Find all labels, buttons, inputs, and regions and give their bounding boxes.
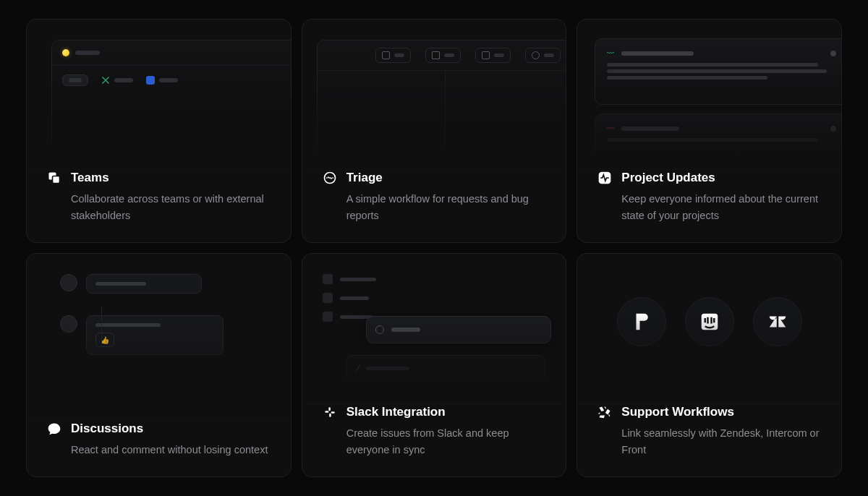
svg-rect-7 <box>329 414 331 417</box>
card-title: Discussions <box>71 422 143 436</box>
avatar-icon <box>60 274 77 291</box>
status-circle-icon <box>375 325 384 334</box>
status-at-risk-icon: 〰 <box>607 124 614 132</box>
teams-illustration <box>27 20 291 171</box>
card-support[interactable]: Support Workflows Link seamlessly with Z… <box>576 253 842 477</box>
triage-illustration <box>302 20 566 171</box>
slack-icon <box>323 405 337 419</box>
svg-rect-1 <box>53 176 60 184</box>
reaction-thumbs-up-icon: 👍 <box>95 333 114 347</box>
cross-arrows-icon <box>101 76 110 85</box>
svg-rect-6 <box>328 407 331 411</box>
integration-intercom-icon <box>685 297 734 346</box>
card-desc: Keep everyone informed about the current… <box>597 191 821 223</box>
triage-icon <box>323 171 337 185</box>
recycle-icon <box>597 405 612 419</box>
card-title: Support Workflows <box>621 405 734 419</box>
card-title: Teams <box>71 171 109 185</box>
triage-chip <box>475 48 511 63</box>
triage-chip <box>375 48 411 63</box>
card-desc: Create issues from Slack and keep everyo… <box>323 425 546 458</box>
card-desc: Collaborate across teams or with externa… <box>47 191 271 223</box>
avatar-icon <box>60 315 77 333</box>
support-illustration <box>577 254 841 405</box>
card-slack[interactable]: / Slack Integration Create issues from S… <box>302 253 567 477</box>
teams-icon <box>47 171 61 185</box>
svg-rect-5 <box>331 411 334 414</box>
updates-illustration: 〰 〰 <box>577 20 841 171</box>
slack-command-input: / <box>346 355 546 382</box>
card-desc: React and comment without losing context <box>47 442 271 458</box>
status-on-track-icon: 〰 <box>607 49 614 57</box>
pulse-icon <box>597 171 612 185</box>
blue-square-icon <box>146 76 155 85</box>
slack-illustration: / <box>302 254 566 405</box>
card-title: Slack Integration <box>346 405 446 419</box>
card-desc: A simple workflow for requests and bug r… <box>323 191 546 223</box>
feature-grid: Teams Collaborate across teams or with e… <box>0 0 868 496</box>
lightbulb-icon <box>62 49 69 56</box>
card-desc: Link seamlessly with Zendesk, Intercom o… <box>597 425 821 458</box>
card-project-updates[interactable]: 〰 〰 Pr <box>576 19 842 243</box>
card-title: Project Updates <box>621 171 715 185</box>
svg-rect-4 <box>325 411 328 413</box>
card-title: Triage <box>346 171 383 185</box>
card-triage[interactable]: Triage A simple workflow for requests an… <box>302 19 567 243</box>
integration-front-icon <box>617 297 666 346</box>
chat-icon <box>47 422 61 436</box>
card-teams[interactable]: Teams Collaborate across teams or with e… <box>26 19 292 243</box>
discussions-illustration: 👍 <box>27 254 291 422</box>
triage-chip <box>525 48 561 63</box>
card-discussions[interactable]: 👍 Discussions React and comment without … <box>26 253 292 477</box>
integration-zendesk-icon <box>753 297 802 346</box>
triage-chip <box>425 48 461 63</box>
